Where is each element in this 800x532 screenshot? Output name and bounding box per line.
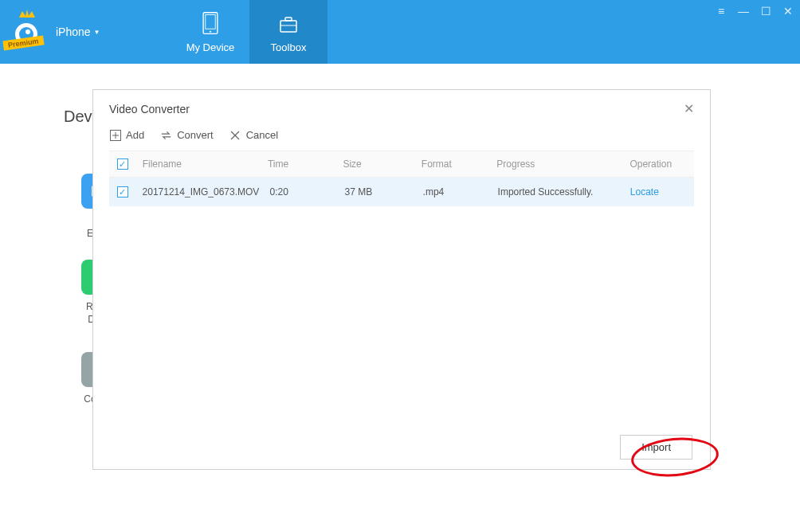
logo-area: Premium iPhone ▼	[0, 0, 171, 64]
tab-label: My Device	[186, 41, 235, 53]
convert-icon	[160, 129, 172, 141]
col-operation: Operation	[623, 151, 694, 177]
cell-format: .mp4	[417, 178, 492, 206]
minimize-icon[interactable]: —	[738, 5, 749, 18]
cell-progress: Imported Successfully.	[492, 178, 624, 206]
tab-label: Toolbox	[271, 41, 307, 53]
tablet-icon	[199, 11, 222, 37]
select-all-checkbox[interactable]: ✓	[117, 158, 128, 170]
button-label: Cancel	[246, 129, 278, 141]
menu-icon[interactable]: ≡	[716, 5, 727, 18]
svg-point-3	[210, 30, 211, 32]
page-title-partial: Devi	[64, 108, 96, 126]
table-row[interactable]: ✓ 20171214_IMG_0673.MOV 0:20 37 MB .mp4 …	[109, 178, 694, 206]
tab-toolbox[interactable]: Toolbox	[249, 0, 327, 64]
file-table: ✓ Filename Time Size Format Progress Ope…	[109, 151, 694, 206]
window-controls: ≡ — ☐ ✕	[716, 5, 794, 18]
col-size: Size	[336, 151, 414, 177]
modal-close-icon[interactable]: ✕	[684, 101, 694, 116]
modal-toolbar: Add Convert Cancel	[93, 121, 710, 151]
add-button[interactable]: Add	[109, 129, 144, 141]
cancel-button[interactable]: Cancel	[229, 129, 278, 141]
maximize-icon[interactable]: ☐	[760, 5, 771, 18]
svg-marker-0	[19, 10, 35, 18]
device-name: iPhone	[56, 25, 91, 38]
svg-rect-2	[206, 14, 215, 29]
chevron-down-icon: ▼	[94, 29, 100, 36]
cell-time: 0:20	[264, 178, 339, 206]
svg-rect-5	[285, 18, 292, 21]
app-header: Premium iPhone ▼ My Device Toolbox ≡ — ☐…	[0, 0, 800, 64]
close-icon[interactable]: ✕	[782, 5, 794, 18]
video-converter-modal: Video Converter ✕ Add Convert Cancel ✓ F…	[92, 89, 711, 470]
cell-filename: 20171214_IMG_0673.MOV	[136, 178, 264, 206]
cancel-icon	[229, 129, 241, 141]
tab-my-device[interactable]: My Device	[171, 0, 249, 64]
modal-title: Video Converter	[109, 103, 190, 115]
import-button[interactable]: Import	[620, 435, 692, 460]
device-selector[interactable]: iPhone ▼	[56, 25, 100, 38]
nav-tabs: My Device Toolbox	[171, 0, 327, 64]
table-header: ✓ Filename Time Size Format Progress Ope…	[109, 151, 694, 178]
modal-footer: Import	[93, 425, 710, 469]
plus-icon	[109, 129, 121, 141]
locate-link[interactable]: Locate	[630, 186, 659, 198]
col-filename: Filename	[136, 151, 261, 177]
cell-size: 37 MB	[339, 178, 417, 206]
button-label: Convert	[177, 129, 214, 141]
button-label: Add	[126, 129, 144, 141]
col-progress: Progress	[490, 151, 623, 177]
convert-button[interactable]: Convert	[160, 129, 214, 141]
modal-header: Video Converter ✕	[93, 90, 710, 121]
col-time: Time	[261, 151, 336, 177]
col-format: Format	[415, 151, 490, 177]
svg-rect-4	[280, 21, 296, 32]
toolbox-icon	[277, 11, 300, 37]
row-checkbox[interactable]: ✓	[117, 186, 128, 198]
